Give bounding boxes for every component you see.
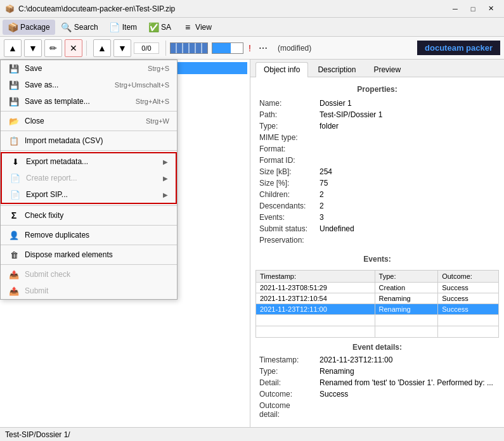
save-as-icon: 💾 [8, 80, 20, 90]
tab-description[interactable]: Description [309, 62, 364, 77]
toolbar-up-btn[interactable]: ▲ [93, 39, 111, 57]
menu-search-label: Search [74, 23, 98, 32]
export-metadata-icon: ⬇ [10, 157, 21, 167]
menu-save-as[interactable]: 💾 Save as... Strg+Umschalt+S [1, 77, 177, 93]
sep-3 [1, 150, 177, 151]
toolbar-down-btn[interactable]: ▼ [113, 39, 131, 57]
toolbar-delete-btn[interactable]: ✕ [65, 39, 82, 57]
detail-label-outcome: Outcome: [255, 388, 316, 400]
event-type-2: Renaming [375, 293, 438, 304]
prop-row-size-pct: Size [%]: 75 [255, 177, 499, 189]
save-template-icon: 💾 [8, 96, 20, 106]
menu-save-as-label: Save as... [25, 80, 58, 89]
toolbar-btn-2[interactable]: ▼ [24, 39, 42, 57]
prop-row-name: Name: Dossier 1 [255, 98, 499, 109]
detail-label-timestamp: Timestamp: [255, 354, 316, 366]
prop-row-format: Format: [255, 143, 499, 155]
menu-view[interactable]: ≡ View [178, 20, 217, 35]
prop-row-children: Children: 2 [255, 189, 499, 200]
prop-value-name: Dossier 1 [316, 98, 499, 109]
detail-value-outcome-detail [316, 400, 499, 420]
event-ts-2: 2021-11-23T12:10:54 [256, 293, 375, 304]
prop-value-submit-status: Undefined [316, 223, 499, 234]
main-content: 📁 Dossier 1 💾 Save Strg+S 💾 Save as... S… [0, 60, 504, 427]
tab-preview[interactable]: Preview [365, 62, 409, 77]
events-table[interactable]: Timestamp: Type: Outcome: 2021-11-23T08:… [255, 270, 499, 338]
prop-value-format [316, 143, 499, 155]
save-template-shortcut: Strg+Alt+S [136, 98, 169, 105]
event-row-1[interactable]: 2021-11-23T08:51:29 Creation Success [256, 283, 499, 293]
detail-label-type: Type: [255, 366, 316, 377]
detail-row-detail: Detail: Renamed from 'test' to 'Dossier … [255, 377, 499, 388]
detail-row-timestamp: Timestamp: 2021-11-23T12:11:00 [255, 354, 499, 366]
menu-item-label: Item [122, 23, 137, 32]
menu-remove-duplicates[interactable]: 👤 Remove duplicates [1, 227, 177, 243]
menu-create-report: 📄 Create report... ▶ [2, 170, 176, 186]
menu-import-metadata[interactable]: 📋 Import metadata (CSV) [1, 132, 177, 149]
prop-label-format: Format: [255, 143, 316, 155]
prop-value-children: 2 [316, 189, 499, 200]
prop-value-preservation [316, 234, 499, 246]
prop-row-submit-status: Submit status: Undefined [255, 223, 499, 234]
menu-save-template-label: Save as template... [25, 97, 90, 106]
highlight-group: ⬇ Export metadata... ▶ 📄 Create report..… [1, 152, 177, 204]
toolbar-btn-1[interactable]: ▲ [4, 39, 22, 57]
export-sip-icon: 📄 [10, 189, 21, 200]
menu-save[interactable]: 💾 Save Strg+S [1, 60, 177, 77]
menu-save-as-template[interactable]: 💾 Save as template... Strg+Alt+S [1, 93, 177, 110]
tab-object-info[interactable]: Object info [255, 62, 308, 77]
menu-sa[interactable]: ✅ SA [143, 20, 176, 35]
titlebar-controls: ─ □ ✕ [447, 3, 499, 15]
event-row-empty-1 [256, 315, 499, 326]
menu-item[interactable]: 📄 Item [105, 20, 142, 35]
event-row-2[interactable]: 2021-11-23T12:10:54 Renaming Success [256, 293, 499, 304]
menu-dispose[interactable]: 🗑 Dispose marked elements [1, 246, 177, 263]
event-row-3[interactable]: 2021-11-23T12:11:00 Renaming Success [256, 304, 499, 315]
close-shortcut: Strg+W [146, 117, 169, 125]
event-row-empty-2 [256, 326, 499, 338]
event-type-3: Renaming [375, 304, 438, 315]
close-folder-icon: 📂 [8, 116, 20, 126]
menu-submit-check: 📤 Submit check [1, 266, 177, 283]
menu-check-fixity[interactable]: Σ Check fixity [1, 207, 177, 224]
brand-prefix: docu [425, 43, 444, 53]
sep-5 [1, 225, 177, 226]
events-header-row: Timestamp: Type: Outcome: [256, 271, 499, 283]
menu-package[interactable]: 📦 Package [3, 20, 55, 35]
menu-dispose-label: Dispose marked elements [25, 250, 113, 259]
search-icon: 🔍 [61, 22, 72, 32]
toolbar: ▲ ▼ ✏ ✕ ▲ ▼ 0/0 ! ⋯ (modified) docuteam … [0, 37, 504, 60]
menu-submit: 📤 Submit [1, 283, 177, 299]
menu-export-sip[interactable]: 📄 Export SIP... ▶ [2, 186, 176, 203]
prop-value-descendants: 2 [316, 200, 499, 212]
prop-row-events: Events: 3 [255, 212, 499, 223]
minimize-button[interactable]: ─ [447, 3, 463, 15]
prop-label-format-id: Format ID: [255, 155, 316, 166]
create-report-icon: 📄 [10, 173, 21, 183]
maximize-button[interactable]: □ [465, 3, 481, 15]
event-details-title: Event details: [255, 338, 499, 354]
menu-export-metadata[interactable]: ⬇ Export metadata... ▶ [2, 153, 176, 170]
prop-label-preservation: Preservation: [255, 234, 316, 246]
menu-search[interactable]: 🔍 Search [56, 20, 103, 35]
detail-row-type: Type: Renaming [255, 366, 499, 377]
import-icon: 📋 [8, 136, 20, 146]
close-button[interactable]: ✕ [482, 3, 499, 15]
progress-section: ▲ ▼ 0/0 [91, 39, 162, 57]
menu-remove-duplicates-label: Remove duplicates [25, 231, 89, 240]
remove-dup-icon: 👤 [8, 230, 20, 240]
prop-value-size-pct: 75 [316, 177, 499, 189]
detail-value-outcome: Success [316, 388, 499, 400]
menu-close[interactable]: 📂 Close Strg+W [1, 113, 177, 129]
toolbar-btn-3[interactable]: ✏ [44, 39, 62, 57]
detail-label-outcome-detail: Outcome detail: [255, 400, 316, 420]
tabs-bar: Object info Description Preview [250, 60, 504, 77]
sep-6 [1, 245, 177, 245]
prop-value-format-id [316, 155, 499, 166]
sa-icon: ✅ [148, 22, 158, 32]
toolbar-sep-2 [165, 41, 166, 56]
prop-label-size-kb: Size [kB]: [255, 166, 316, 177]
prop-value-type: folder [316, 120, 499, 132]
prop-row-size-kb: Size [kB]: 254 [255, 166, 499, 177]
package-icon: 📦 [8, 22, 18, 32]
